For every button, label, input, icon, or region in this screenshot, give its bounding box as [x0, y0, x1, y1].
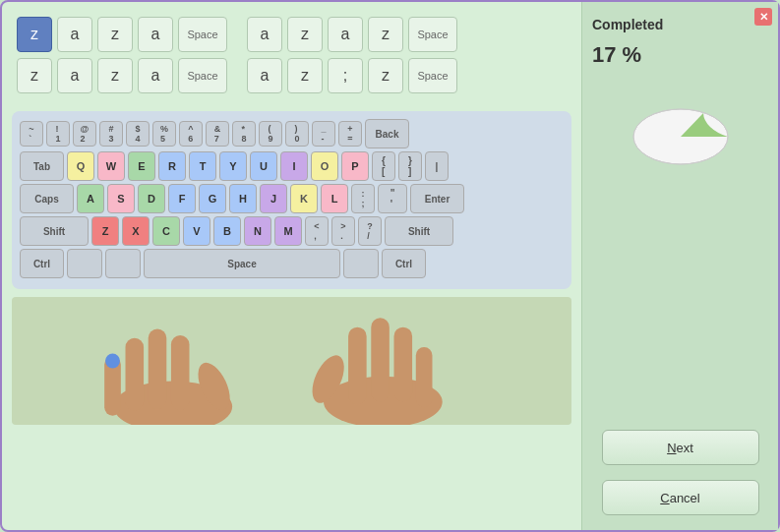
next-button[interactable]: Next [602, 430, 759, 465]
key-1[interactable]: !1 [46, 121, 70, 147]
key-equals[interactable]: += [338, 121, 362, 147]
exercise-row-1: z a z a Space [17, 17, 227, 52]
key-shift-right[interactable]: Shift [385, 216, 453, 246]
svg-rect-10 [394, 327, 413, 402]
exercise-row-2: z a z a Space [17, 58, 227, 93]
key-7[interactable]: &7 [206, 121, 229, 147]
key-tab[interactable]: Tab [20, 151, 64, 181]
key-0[interactable]: )0 [285, 121, 309, 147]
key-o[interactable]: O [311, 151, 338, 181]
svg-rect-3 [149, 329, 167, 410]
key-alt-right[interactable] [343, 249, 379, 278]
key-ctrl-left[interactable]: Ctrl [20, 249, 64, 278]
key-shift-left[interactable]: Shift [20, 216, 89, 246]
cancel-button[interactable]: Cancel [602, 480, 759, 515]
key-y[interactable]: Y [219, 151, 247, 181]
pie-svg [627, 88, 735, 166]
char-z-7: z [287, 58, 323, 93]
exercise-row-3: a z a z Space [247, 17, 457, 52]
key-space[interactable]: Space [144, 249, 340, 278]
bottom-row: Ctrl Space Ctrl [20, 249, 564, 278]
key-caps[interactable]: Caps [20, 184, 74, 213]
char-semicolon: ; [328, 58, 363, 93]
key-2[interactable]: @2 [73, 121, 96, 147]
key-minus[interactable]: _- [312, 121, 335, 147]
exercise-left: z a z a Space z a z a Space [17, 17, 227, 93]
left-panel: z a z a Space z a z a Space a z [2, 2, 581, 530]
key-quote[interactable]: "' [378, 184, 407, 213]
key-r[interactable]: R [158, 151, 186, 181]
qwerty-row: Tab Q W E R T Y U I O P {[ }] | [20, 151, 564, 181]
key-f[interactable]: F [168, 184, 196, 213]
key-rbracket[interactable]: }] [398, 151, 422, 181]
key-lbracket[interactable]: {[ [372, 151, 395, 181]
char-z-8: z [368, 58, 403, 93]
key-4[interactable]: $4 [126, 121, 150, 147]
key-comma[interactable]: <, [305, 216, 329, 246]
key-semicolon[interactable]: :; [351, 184, 375, 213]
key-a[interactable]: A [77, 184, 104, 213]
hands-svg [12, 297, 571, 425]
svg-point-6 [105, 354, 120, 369]
close-button[interactable]: ✕ [754, 8, 772, 26]
key-u[interactable]: U [250, 151, 277, 181]
char-a-1: a [57, 17, 92, 52]
key-k[interactable]: K [290, 184, 318, 213]
svg-rect-2 [126, 338, 145, 411]
key-m[interactable]: M [274, 216, 302, 246]
key-j[interactable]: J [260, 184, 287, 213]
space-3: Space [408, 17, 457, 52]
key-enter[interactable]: Enter [410, 184, 464, 213]
key-n[interactable]: N [244, 216, 271, 246]
completed-label: Completed [592, 17, 663, 32]
left-hand [104, 329, 236, 426]
exercise-right: a z a z Space a z ; z Space [247, 17, 457, 93]
key-q[interactable]: Q [67, 151, 94, 181]
key-g[interactable]: G [199, 184, 226, 213]
key-backtick[interactable]: ~` [20, 121, 43, 147]
char-a-4: a [138, 58, 173, 93]
keyboard: ~` !1 @2 #3 $4 %5 ^6 &7 *8 (9 )0 _- += B… [12, 111, 571, 289]
char-z-5: z [287, 17, 323, 52]
key-d[interactable]: D [138, 184, 165, 213]
space-4: Space [408, 58, 457, 93]
right-hand [306, 318, 443, 425]
key-x[interactable]: X [122, 216, 150, 246]
key-z[interactable]: Z [91, 216, 119, 246]
char-z-6: z [368, 17, 403, 52]
key-p[interactable]: P [341, 151, 369, 181]
key-t[interactable]: T [189, 151, 216, 181]
key-v[interactable]: V [183, 216, 210, 246]
key-6[interactable]: ^6 [179, 121, 203, 147]
char-z-2: z [97, 17, 133, 52]
key-s[interactable]: S [107, 184, 135, 213]
svg-rect-4 [171, 335, 190, 410]
next-label: Next [667, 441, 693, 455]
key-win[interactable] [67, 249, 102, 278]
key-backspace[interactable]: Back [365, 119, 409, 148]
space-2: Space [178, 58, 227, 93]
key-period[interactable]: >. [331, 216, 355, 246]
key-ctrl-right[interactable]: Ctrl [382, 249, 426, 278]
svg-rect-11 [416, 347, 433, 407]
key-e[interactable]: E [128, 151, 155, 181]
key-5[interactable]: %5 [152, 121, 176, 147]
key-h[interactable]: H [229, 184, 257, 213]
key-i[interactable]: I [280, 151, 308, 181]
key-b[interactable]: B [213, 216, 241, 246]
key-3[interactable]: #3 [99, 121, 123, 147]
pie-chart [627, 88, 735, 166]
key-c[interactable]: C [152, 216, 180, 246]
exercise-row-4: a z ; z Space [247, 58, 457, 93]
key-slash[interactable]: ?/ [358, 216, 382, 246]
key-alt-left[interactable] [105, 249, 141, 278]
char-z-3: z [17, 58, 52, 93]
char-z-active: z [17, 17, 52, 52]
key-l[interactable]: L [321, 184, 348, 213]
key-9[interactable]: (9 [259, 121, 282, 147]
hands-area [12, 297, 571, 425]
key-backslash[interactable]: | [425, 151, 449, 181]
key-8[interactable]: *8 [232, 121, 256, 147]
space-1: Space [178, 17, 227, 52]
key-w[interactable]: W [97, 151, 125, 181]
